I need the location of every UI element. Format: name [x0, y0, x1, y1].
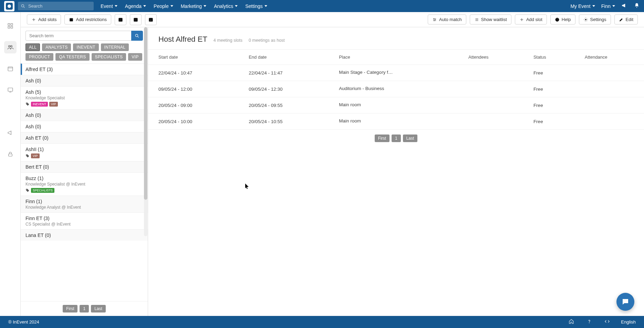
person-item[interactable]: Finn ET (3)CS Specialist @ InEvent	[21, 212, 148, 229]
person-item[interactable]: Bert ET (0)	[21, 161, 148, 172]
add-slots-button[interactable]: Add slots	[27, 14, 61, 24]
chip-internal[interactable]: INTERNAL	[101, 43, 129, 51]
menu-marketing[interactable]: Marketing	[181, 3, 206, 9]
svg-point-43	[27, 155, 27, 156]
person-item[interactable]: Ash (0)	[21, 75, 148, 86]
chevron-down-icon	[612, 5, 615, 7]
person-item[interactable]: Finn (1)Knowledge Analyst @ InEvent	[21, 196, 148, 212]
person-name: Finn ET (3)	[25, 216, 143, 221]
help-icon[interactable]	[586, 319, 592, 325]
chip-product[interactable]: PRODUCT	[25, 53, 53, 61]
pager-last[interactable]: Last	[91, 305, 106, 312]
menu-people[interactable]: People	[154, 3, 173, 9]
home-icon[interactable]	[569, 319, 574, 325]
rail-item-calendar[interactable]	[4, 62, 17, 75]
menu-event[interactable]: Event	[101, 3, 117, 9]
sidebar-scrollbar[interactable]	[144, 27, 148, 316]
cell-attendees	[458, 65, 523, 81]
add-slot-button[interactable]: Add slot	[515, 14, 547, 24]
svg-point-44	[27, 189, 27, 190]
chip-qa-testers[interactable]: QA TESTERS	[55, 53, 89, 61]
table-row[interactable]: 20/05/24 - 10:0020/05/24 - 10:55Main roo…	[148, 113, 644, 130]
rail-item-people[interactable]	[4, 41, 17, 53]
menu-user[interactable]: Finn	[601, 3, 615, 9]
table-row[interactable]: 22/04/24 - 10:4722/04/24 - 11:47Main Sta…	[148, 65, 644, 81]
slots-table: Start date End date Place Attendees Stat…	[148, 50, 644, 130]
person-name: Ash (0)	[25, 112, 143, 118]
page-toolbar: Add slots Add restrictions Auto match Sh…	[21, 12, 644, 27]
cell-status: Free	[523, 65, 574, 81]
footer-copyright: ® InEvent 2024	[8, 319, 39, 325]
person-item[interactable]: Ash ET (0)	[21, 132, 148, 143]
menu-agenda[interactable]: Agenda	[125, 3, 146, 9]
col-start: Start date	[148, 50, 238, 65]
person-item[interactable]: Buzz (1)Knowledge Specialist @ InEventSP…	[21, 172, 148, 196]
main-pager-first[interactable]: First	[375, 135, 389, 142]
svg-point-39	[585, 19, 586, 20]
menu-analytics[interactable]: Analytics	[214, 3, 238, 9]
cell-attendees	[458, 113, 523, 130]
table-row[interactable]: 20/05/24 - 09:0020/05/24 - 09:55Main roo…	[148, 97, 644, 113]
tag-icon	[25, 154, 30, 158]
person-item[interactable]: Alfred ET (3)	[21, 63, 148, 75]
person-name: Finn (1)	[25, 199, 143, 204]
svg-line-41	[138, 36, 139, 37]
bell-icon[interactable]	[634, 2, 640, 10]
menu-settings[interactable]: Settings	[245, 3, 267, 9]
chip-vip[interactable]: VIP	[128, 53, 142, 61]
cell-status: Free	[523, 113, 574, 130]
person-item[interactable]: Ash (0)	[21, 121, 148, 132]
cal-minus-button[interactable]	[130, 14, 142, 25]
rail-item-dashboard[interactable]	[4, 20, 17, 32]
cell-attendance	[574, 81, 644, 97]
auto-match-button[interactable]: Auto match	[428, 14, 466, 24]
person-item[interactable]: AshII (1)VIP	[21, 143, 148, 161]
chat-fab[interactable]	[616, 293, 634, 311]
person-item[interactable]: Ash (5)Knowledge SpecialistINEVENTVIP	[21, 86, 148, 109]
sidebar-search-input[interactable]	[25, 31, 131, 41]
person-name: Buzz (1)	[25, 176, 143, 181]
main-pager-page-1[interactable]: 1	[392, 135, 401, 142]
topbar-search-input[interactable]	[18, 2, 94, 10]
show-waitlist-button[interactable]: Show waitlist	[470, 14, 511, 24]
footer-language[interactable]: English	[621, 319, 636, 325]
settings-button[interactable]: Settings	[579, 14, 611, 24]
main-pager-last[interactable]: Last	[403, 135, 418, 142]
cell-attendees	[458, 97, 523, 113]
person-item[interactable]: Lana ET (0)	[21, 229, 148, 241]
chip-specialists[interactable]: SPECIALISTS	[92, 53, 126, 61]
col-place: Place	[329, 50, 458, 65]
help-button[interactable]: Help	[550, 14, 575, 24]
cal-check-button[interactable]	[115, 14, 126, 25]
app-logo[interactable]	[4, 1, 14, 11]
tag-icon	[25, 102, 30, 106]
cal-x-button[interactable]	[145, 14, 157, 25]
megaphone-icon[interactable]	[621, 2, 627, 10]
person-subtitle: Knowledge Specialist	[25, 96, 143, 100]
main-panel: Host Alfred ET 4 meeting slots 0 meeting…	[148, 27, 644, 316]
table-row[interactable]: 09/05/24 - 12:0009/05/24 - 12:30Auditori…	[148, 81, 644, 97]
pager-page-1[interactable]: 1	[80, 305, 89, 312]
chip-all[interactable]: ALL	[25, 43, 40, 51]
rail-item-lock[interactable]	[4, 148, 17, 160]
person-name: Ash (5)	[25, 89, 143, 95]
sidebar-search-button[interactable]	[131, 31, 143, 41]
edit-button[interactable]: Edit	[614, 14, 638, 24]
add-restrictions-button[interactable]: Add restrictions	[64, 14, 111, 24]
cell-end: 22/04/24 - 11:47	[238, 65, 329, 81]
rail-item-screen[interactable]	[4, 84, 17, 96]
chip-analysts[interactable]: ANALYSTS	[42, 43, 71, 51]
menu-my-event[interactable]: My Event	[570, 3, 595, 9]
chip-inevent[interactable]: INEVENT	[73, 43, 98, 51]
code-icon[interactable]	[604, 319, 610, 325]
person-item[interactable]: Ash (0)	[21, 109, 148, 121]
person-subtitle: CS Specialist @ InEvent	[25, 222, 143, 227]
rail-item-campaign[interactable]	[4, 127, 17, 139]
cell-place: Main room	[329, 97, 458, 113]
tag-vip: VIP	[31, 153, 40, 158]
svg-point-38	[557, 20, 557, 21]
cell-start: 20/05/24 - 10:00	[148, 113, 238, 130]
host-title: Host Alfred ET	[158, 35, 207, 44]
footer: ® InEvent 2024 English	[0, 316, 644, 328]
pager-first[interactable]: First	[63, 305, 77, 312]
